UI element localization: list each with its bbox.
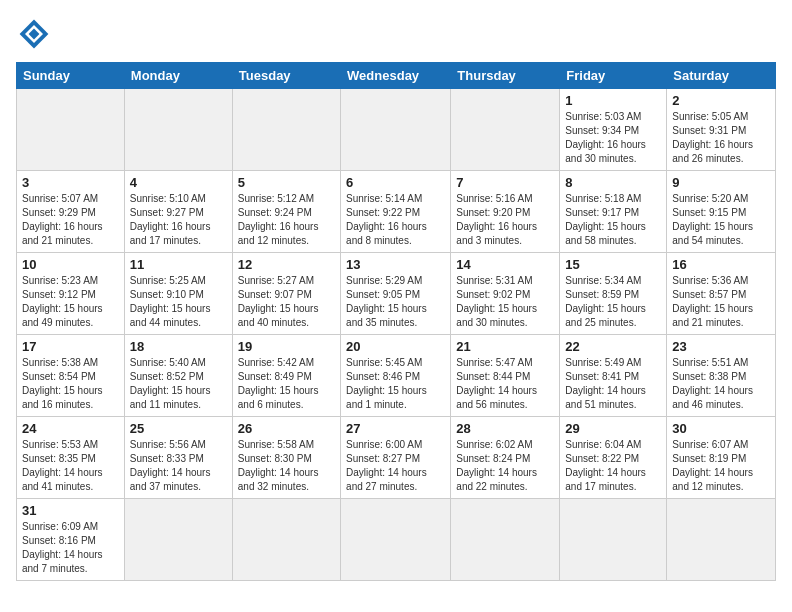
day-info: Sunrise: 5:40 AM Sunset: 8:52 PM Dayligh…: [130, 356, 227, 412]
day-cell: 4Sunrise: 5:10 AM Sunset: 9:27 PM Daylig…: [124, 171, 232, 253]
day-cell: 1Sunrise: 5:03 AM Sunset: 9:34 PM Daylig…: [560, 89, 667, 171]
day-number: 1: [565, 93, 661, 108]
day-cell: 30Sunrise: 6:07 AM Sunset: 8:19 PM Dayli…: [667, 417, 776, 499]
day-cell: 27Sunrise: 6:00 AM Sunset: 8:27 PM Dayli…: [341, 417, 451, 499]
day-cell: 5Sunrise: 5:12 AM Sunset: 9:24 PM Daylig…: [232, 171, 340, 253]
day-info: Sunrise: 5:07 AM Sunset: 9:29 PM Dayligh…: [22, 192, 119, 248]
day-info: Sunrise: 5:58 AM Sunset: 8:30 PM Dayligh…: [238, 438, 335, 494]
day-cell: 10Sunrise: 5:23 AM Sunset: 9:12 PM Dayli…: [17, 253, 125, 335]
day-cell: 13Sunrise: 5:29 AM Sunset: 9:05 PM Dayli…: [341, 253, 451, 335]
day-number: 9: [672, 175, 770, 190]
day-cell: 3Sunrise: 5:07 AM Sunset: 9:29 PM Daylig…: [17, 171, 125, 253]
day-cell: 29Sunrise: 6:04 AM Sunset: 8:22 PM Dayli…: [560, 417, 667, 499]
day-number: 26: [238, 421, 335, 436]
day-cell: [232, 499, 340, 581]
day-cell: [124, 89, 232, 171]
day-number: 14: [456, 257, 554, 272]
day-cell: 2Sunrise: 5:05 AM Sunset: 9:31 PM Daylig…: [667, 89, 776, 171]
weekday-header-friday: Friday: [560, 63, 667, 89]
day-info: Sunrise: 5:12 AM Sunset: 9:24 PM Dayligh…: [238, 192, 335, 248]
day-info: Sunrise: 5:42 AM Sunset: 8:49 PM Dayligh…: [238, 356, 335, 412]
day-cell: 16Sunrise: 5:36 AM Sunset: 8:57 PM Dayli…: [667, 253, 776, 335]
day-info: Sunrise: 5:23 AM Sunset: 9:12 PM Dayligh…: [22, 274, 119, 330]
day-number: 2: [672, 93, 770, 108]
day-cell: 18Sunrise: 5:40 AM Sunset: 8:52 PM Dayli…: [124, 335, 232, 417]
weekday-header-tuesday: Tuesday: [232, 63, 340, 89]
day-info: Sunrise: 6:00 AM Sunset: 8:27 PM Dayligh…: [346, 438, 445, 494]
day-cell: 31Sunrise: 6:09 AM Sunset: 8:16 PM Dayli…: [17, 499, 125, 581]
day-info: Sunrise: 6:07 AM Sunset: 8:19 PM Dayligh…: [672, 438, 770, 494]
day-cell: 14Sunrise: 5:31 AM Sunset: 9:02 PM Dayli…: [451, 253, 560, 335]
day-cell: [232, 89, 340, 171]
day-info: Sunrise: 5:45 AM Sunset: 8:46 PM Dayligh…: [346, 356, 445, 412]
day-info: Sunrise: 5:25 AM Sunset: 9:10 PM Dayligh…: [130, 274, 227, 330]
day-number: 30: [672, 421, 770, 436]
day-info: Sunrise: 6:04 AM Sunset: 8:22 PM Dayligh…: [565, 438, 661, 494]
day-number: 23: [672, 339, 770, 354]
day-info: Sunrise: 5:14 AM Sunset: 9:22 PM Dayligh…: [346, 192, 445, 248]
day-info: Sunrise: 5:05 AM Sunset: 9:31 PM Dayligh…: [672, 110, 770, 166]
day-info: Sunrise: 5:31 AM Sunset: 9:02 PM Dayligh…: [456, 274, 554, 330]
weekday-header-saturday: Saturday: [667, 63, 776, 89]
day-info: Sunrise: 5:20 AM Sunset: 9:15 PM Dayligh…: [672, 192, 770, 248]
week-row-4: 24Sunrise: 5:53 AM Sunset: 8:35 PM Dayli…: [17, 417, 776, 499]
day-number: 17: [22, 339, 119, 354]
day-cell: 28Sunrise: 6:02 AM Sunset: 8:24 PM Dayli…: [451, 417, 560, 499]
weekday-header-thursday: Thursday: [451, 63, 560, 89]
day-cell: 11Sunrise: 5:25 AM Sunset: 9:10 PM Dayli…: [124, 253, 232, 335]
day-cell: 12Sunrise: 5:27 AM Sunset: 9:07 PM Dayli…: [232, 253, 340, 335]
day-cell: [667, 499, 776, 581]
day-number: 15: [565, 257, 661, 272]
page: SundayMondayTuesdayWednesdayThursdayFrid…: [0, 0, 792, 612]
day-cell: 7Sunrise: 5:16 AM Sunset: 9:20 PM Daylig…: [451, 171, 560, 253]
day-cell: 23Sunrise: 5:51 AM Sunset: 8:38 PM Dayli…: [667, 335, 776, 417]
week-row-3: 17Sunrise: 5:38 AM Sunset: 8:54 PM Dayli…: [17, 335, 776, 417]
week-row-1: 3Sunrise: 5:07 AM Sunset: 9:29 PM Daylig…: [17, 171, 776, 253]
day-cell: [451, 499, 560, 581]
day-number: 22: [565, 339, 661, 354]
day-number: 16: [672, 257, 770, 272]
day-number: 10: [22, 257, 119, 272]
logo: [16, 16, 56, 52]
day-cell: 9Sunrise: 5:20 AM Sunset: 9:15 PM Daylig…: [667, 171, 776, 253]
day-number: 21: [456, 339, 554, 354]
day-cell: [341, 89, 451, 171]
day-cell: 15Sunrise: 5:34 AM Sunset: 8:59 PM Dayli…: [560, 253, 667, 335]
day-info: Sunrise: 5:10 AM Sunset: 9:27 PM Dayligh…: [130, 192, 227, 248]
day-info: Sunrise: 5:38 AM Sunset: 8:54 PM Dayligh…: [22, 356, 119, 412]
day-number: 20: [346, 339, 445, 354]
day-cell: [341, 499, 451, 581]
day-number: 28: [456, 421, 554, 436]
day-number: 3: [22, 175, 119, 190]
day-cell: 21Sunrise: 5:47 AM Sunset: 8:44 PM Dayli…: [451, 335, 560, 417]
day-cell: 26Sunrise: 5:58 AM Sunset: 8:30 PM Dayli…: [232, 417, 340, 499]
day-cell: 20Sunrise: 5:45 AM Sunset: 8:46 PM Dayli…: [341, 335, 451, 417]
day-number: 31: [22, 503, 119, 518]
day-cell: [124, 499, 232, 581]
weekday-header-sunday: Sunday: [17, 63, 125, 89]
day-info: Sunrise: 5:27 AM Sunset: 9:07 PM Dayligh…: [238, 274, 335, 330]
day-cell: 24Sunrise: 5:53 AM Sunset: 8:35 PM Dayli…: [17, 417, 125, 499]
week-row-5: 31Sunrise: 6:09 AM Sunset: 8:16 PM Dayli…: [17, 499, 776, 581]
day-number: 8: [565, 175, 661, 190]
day-info: Sunrise: 5:16 AM Sunset: 9:20 PM Dayligh…: [456, 192, 554, 248]
day-info: Sunrise: 5:29 AM Sunset: 9:05 PM Dayligh…: [346, 274, 445, 330]
day-info: Sunrise: 6:02 AM Sunset: 8:24 PM Dayligh…: [456, 438, 554, 494]
day-number: 5: [238, 175, 335, 190]
day-info: Sunrise: 5:34 AM Sunset: 8:59 PM Dayligh…: [565, 274, 661, 330]
day-cell: [451, 89, 560, 171]
day-number: 6: [346, 175, 445, 190]
day-info: Sunrise: 5:18 AM Sunset: 9:17 PM Dayligh…: [565, 192, 661, 248]
day-info: Sunrise: 5:03 AM Sunset: 9:34 PM Dayligh…: [565, 110, 661, 166]
weekday-header-wednesday: Wednesday: [341, 63, 451, 89]
day-number: 4: [130, 175, 227, 190]
day-number: 27: [346, 421, 445, 436]
week-row-0: 1Sunrise: 5:03 AM Sunset: 9:34 PM Daylig…: [17, 89, 776, 171]
week-row-2: 10Sunrise: 5:23 AM Sunset: 9:12 PM Dayli…: [17, 253, 776, 335]
day-cell: 8Sunrise: 5:18 AM Sunset: 9:17 PM Daylig…: [560, 171, 667, 253]
day-number: 25: [130, 421, 227, 436]
day-info: Sunrise: 5:56 AM Sunset: 8:33 PM Dayligh…: [130, 438, 227, 494]
day-info: Sunrise: 5:36 AM Sunset: 8:57 PM Dayligh…: [672, 274, 770, 330]
day-cell: 19Sunrise: 5:42 AM Sunset: 8:49 PM Dayli…: [232, 335, 340, 417]
day-info: Sunrise: 5:51 AM Sunset: 8:38 PM Dayligh…: [672, 356, 770, 412]
